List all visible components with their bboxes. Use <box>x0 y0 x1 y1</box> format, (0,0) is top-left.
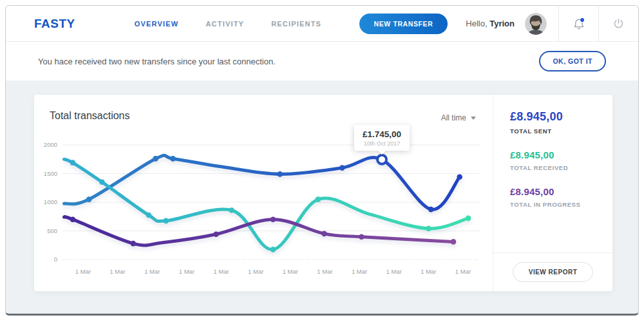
main-content: Total transactions All time 200015001000… <box>6 80 638 314</box>
nav-item-recipients[interactable]: RECIPIENTS <box>271 20 321 28</box>
chart-tooltip: £1.745,00 10th Oct 2017 <box>354 125 410 151</box>
total-received-value: £8.945,00 <box>510 149 600 160</box>
avatar-image <box>525 13 547 35</box>
bell-icon <box>572 17 586 31</box>
svg-text:1 Mar: 1 Mar <box>455 268 471 275</box>
notification-banner: You hace received two new transfers sinc… <box>6 42 638 80</box>
svg-text:1 Mar: 1 Mar <box>283 268 298 275</box>
summary-totals: £8.945,00 TOTAL SENT £8.945,00 TOTAL REC… <box>493 95 612 223</box>
user-greeting: Hello, Tyrion <box>466 19 515 28</box>
svg-text:1000: 1000 <box>44 198 57 205</box>
tooltip-value: £1.745,00 <box>363 129 401 139</box>
total-received-block: £8.945,00 TOTAL RECEIVED <box>510 149 600 171</box>
summary-footer: VIEW REPORT <box>493 252 612 291</box>
app-window: FASTY OVERVIEW ACTIVITY RECIPIENTS NEW T… <box>5 5 639 316</box>
total-received-label: TOTAL RECEIVED <box>510 164 600 171</box>
total-sent-label: TOTAL SENT <box>510 128 600 135</box>
total-sent-block: £8.945,00 TOTAL SENT <box>510 110 600 135</box>
banner-message: You hace received two new transfers sinc… <box>38 57 539 66</box>
new-transfer-button[interactable]: NEW TRANSFER <box>359 14 448 34</box>
summary-panel: £8.945,00 TOTAL SENT £8.945,00 TOTAL REC… <box>493 95 612 291</box>
svg-text:1 Mar: 1 Mar <box>317 268 332 275</box>
nav-item-activity[interactable]: ACTIVITY <box>205 20 244 28</box>
username: Tyrion <box>489 19 515 28</box>
svg-text:1 Mar: 1 Mar <box>248 268 263 275</box>
power-icon <box>612 17 625 30</box>
svg-text:1 Mar: 1 Mar <box>213 268 229 275</box>
svg-text:1 Mar: 1 Mar <box>386 268 402 275</box>
svg-text:1 Mar: 1 Mar <box>352 268 367 275</box>
transactions-chart[interactable]: 20001500100050001 Mar1 Mar1 Mar1 Mar1 Ma… <box>34 95 493 294</box>
logout-cell[interactable] <box>598 6 638 42</box>
greeting-text: Hello, <box>466 19 487 28</box>
ok-got-it-button[interactable]: OK, GOT IT <box>539 51 606 71</box>
svg-text:1 Mar: 1 Mar <box>421 268 436 275</box>
nav-item-overview[interactable]: OVERVIEW <box>135 20 179 28</box>
total-in-progress-value: £8.945,00 <box>510 186 600 197</box>
avatar[interactable] <box>525 13 547 35</box>
total-in-progress-label: TOTAL IN PROGRESS <box>510 201 600 208</box>
chart-area: Total transactions All time 200015001000… <box>34 95 493 291</box>
total-in-progress-block: £8.945,00 TOTAL IN PROGRESS <box>510 186 600 208</box>
svg-text:2000: 2000 <box>44 141 57 148</box>
transactions-card: Total transactions All time 200015001000… <box>34 95 612 291</box>
view-report-button[interactable]: VIEW REPORT <box>513 262 594 282</box>
total-sent-value: £8.945,00 <box>510 110 600 124</box>
header: FASTY OVERVIEW ACTIVITY RECIPIENTS NEW T… <box>6 6 638 42</box>
svg-text:1500: 1500 <box>44 170 57 177</box>
svg-text:1 Mar: 1 Mar <box>109 268 125 275</box>
notification-dot <box>580 18 584 22</box>
logo[interactable]: FASTY <box>34 17 75 31</box>
svg-text:1 Mar: 1 Mar <box>144 268 160 275</box>
tooltip-date: 10th Oct 2017 <box>363 140 401 147</box>
svg-text:500: 500 <box>47 227 57 234</box>
svg-text:1 Mar: 1 Mar <box>75 268 91 275</box>
notifications-cell[interactable] <box>558 6 598 42</box>
svg-text:1 Mar: 1 Mar <box>179 268 194 275</box>
svg-text:0: 0 <box>54 256 57 263</box>
